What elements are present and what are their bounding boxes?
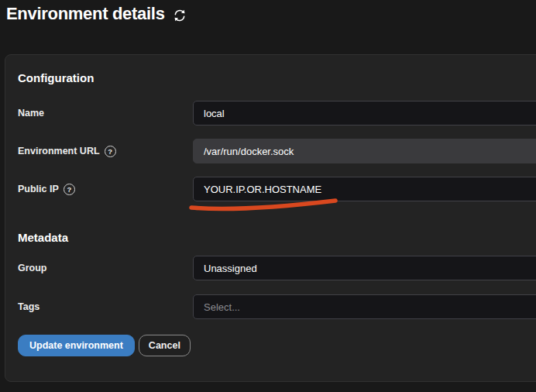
tags-field-row: Tags <box>18 294 536 319</box>
public-ip-input[interactable] <box>193 177 536 201</box>
configuration-section-heading: Configuration <box>18 71 536 85</box>
name-input[interactable] <box>193 101 536 126</box>
tags-label: Tags <box>18 301 193 312</box>
tags-select-input[interactable] <box>193 294 536 319</box>
page-header: Environment details <box>0 0 187 24</box>
name-field-row: Name <box>18 101 536 126</box>
environment-url-label: Environment URL ? <box>18 146 193 157</box>
form-actions: Update environment Cancel <box>18 335 536 356</box>
group-select[interactable]: Unassigned <box>193 256 536 280</box>
update-environment-button[interactable]: Update environment <box>18 335 135 356</box>
cancel-button[interactable]: Cancel <box>139 335 191 356</box>
refresh-icon[interactable] <box>173 9 187 22</box>
name-label: Name <box>18 108 193 119</box>
environment-url-input <box>193 139 536 163</box>
metadata-section-heading: Metadata <box>18 231 536 245</box>
public-ip-label: Public IP ? <box>18 184 193 195</box>
help-circle-icon[interactable]: ? <box>105 146 116 157</box>
environment-details-card: Configuration Name Environment URL ? Pub… <box>5 54 536 382</box>
group-field-row: Group Unassigned <box>18 256 536 280</box>
environment-url-field-row: Environment URL ? <box>18 139 536 163</box>
refresh-icon-glyph <box>173 9 187 22</box>
group-label: Group <box>18 263 193 273</box>
public-ip-field-row: Public IP ? <box>18 177 536 201</box>
help-circle-icon[interactable]: ? <box>64 184 75 195</box>
page-title: Environment details <box>6 4 165 24</box>
